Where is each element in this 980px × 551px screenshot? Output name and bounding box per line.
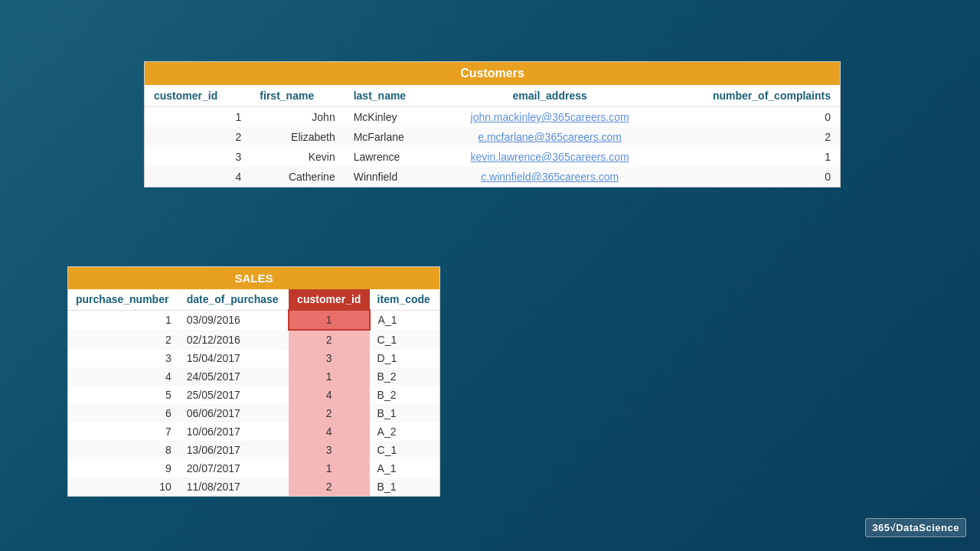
col-sales-customer-id: customer_id [289, 289, 370, 310]
item-code-cell: A_1 [370, 310, 439, 330]
table-row: 8 13/06/2017 3 C_1 [68, 441, 439, 459]
table-row: 1 03/09/2016 1 A_1 [68, 310, 439, 330]
item-code-cell: A_2 [370, 422, 439, 441]
item-code-cell: D_1 [370, 349, 439, 367]
date-cell: 13/06/2017 [179, 441, 289, 459]
brand-label: 365√DataScience [865, 518, 966, 537]
col-email: email_address [436, 85, 664, 107]
item-code-cell: A_1 [370, 459, 439, 478]
sales-customer-id-cell: 3 [289, 441, 370, 459]
date-cell: 24/05/2017 [179, 367, 289, 386]
sales-customer-id-cell: 2 [289, 478, 370, 496]
table-row: 7 10/06/2017 4 A_2 [68, 422, 439, 441]
table-row: 2 Elizabeth McFarlane e.mcfarlane@365car… [145, 127, 840, 147]
table-row: 10 11/08/2017 2 B_1 [68, 478, 439, 496]
sales-table-wrapper: SALES purchase_number date_of_purchase c… [67, 266, 440, 497]
item-code-cell: B_1 [370, 478, 439, 496]
sales-customer-id-cell: 1 [289, 310, 370, 330]
customers-title: Customers [145, 62, 840, 85]
sales-table: purchase_number date_of_purchase custome… [68, 289, 439, 496]
col-item-code: item_code [370, 289, 439, 310]
first-name-cell: Kevin [250, 147, 344, 167]
sales-customer-id-cell: 3 [289, 349, 370, 367]
date-cell: 20/07/2017 [179, 459, 289, 478]
purchase-number-cell: 6 [68, 404, 179, 422]
email-cell[interactable]: e.mcfarlane@365careers.com [436, 127, 664, 147]
purchase-number-cell: 9 [68, 459, 179, 478]
complaints-cell: 0 [664, 107, 840, 128]
customer-id-cell: 3 [145, 147, 250, 167]
customers-table-wrapper: Customers customer_id first_name last_na… [144, 61, 841, 187]
complaints-cell: 0 [664, 167, 840, 187]
first-name-cell: Elizabeth [250, 127, 344, 147]
col-purchase-number: purchase_number [68, 289, 179, 310]
col-last-name: last_name [345, 85, 436, 107]
date-cell: 25/05/2017 [179, 386, 289, 404]
table-row: 2 02/12/2016 2 C_1 [68, 330, 439, 349]
sales-customer-id-cell: 4 [289, 422, 370, 441]
brand-logo: 365√DataScience [865, 518, 966, 537]
customer-id-cell: 1 [145, 107, 250, 128]
complaints-cell: 1 [664, 147, 840, 167]
item-code-cell: B_2 [370, 386, 439, 404]
purchase-number-cell: 7 [68, 422, 179, 441]
email-cell[interactable]: c.winnfield@365careers.com [436, 167, 664, 187]
table-row: 4 Catherine Winnfield c.winnfield@365car… [145, 167, 840, 187]
date-cell: 10/06/2017 [179, 422, 289, 441]
customers-table: customer_id first_name last_name email_a… [145, 85, 840, 187]
customer-id-cell: 4 [145, 167, 250, 187]
purchase-number-cell: 2 [68, 330, 179, 349]
sales-customer-id-cell: 1 [289, 459, 370, 478]
item-code-cell: C_1 [370, 441, 439, 459]
table-row: 3 Kevin Lawrence kevin.lawrence@365caree… [145, 147, 840, 167]
table-row: 5 25/05/2017 4 B_2 [68, 386, 439, 404]
purchase-number-cell: 4 [68, 367, 179, 386]
complaints-cell: 2 [664, 127, 840, 147]
sales-customer-id-cell: 2 [289, 330, 370, 349]
date-cell: 11/08/2017 [179, 478, 289, 496]
last-name-cell: McKinley [345, 107, 436, 128]
email-cell[interactable]: kevin.lawrence@365careers.com [436, 147, 664, 167]
purchase-number-cell: 8 [68, 441, 179, 459]
table-row: 4 24/05/2017 1 B_2 [68, 367, 439, 386]
first-name-cell: John [250, 107, 344, 128]
table-row: 9 20/07/2017 1 A_1 [68, 459, 439, 478]
col-customer-id: customer_id [145, 85, 250, 107]
last-name-cell: Lawrence [345, 147, 436, 167]
sales-customer-id-cell: 1 [289, 367, 370, 386]
col-complaints: number_of_complaints [664, 85, 840, 107]
last-name-cell: Winnfield [345, 167, 436, 187]
table-row: 6 06/06/2017 2 B_1 [68, 404, 439, 422]
date-cell: 15/04/2017 [179, 349, 289, 367]
sales-title: SALES [68, 267, 439, 289]
date-cell: 03/09/2016 [179, 310, 289, 330]
customer-id-cell: 2 [145, 127, 250, 147]
item-code-cell: B_1 [370, 404, 439, 422]
first-name-cell: Catherine [250, 167, 344, 187]
purchase-number-cell: 10 [68, 478, 179, 496]
table-row: 1 John McKinley john.mackinley@365career… [145, 107, 840, 128]
purchase-number-cell: 1 [68, 310, 179, 330]
item-code-cell: B_2 [370, 367, 439, 386]
item-code-cell: C_1 [370, 330, 439, 349]
purchase-number-cell: 5 [68, 386, 179, 404]
last-name-cell: McFarlane [345, 127, 436, 147]
date-cell: 06/06/2017 [179, 404, 289, 422]
date-cell: 02/12/2016 [179, 330, 289, 349]
email-cell[interactable]: john.mackinley@365careers.com [436, 107, 664, 128]
purchase-number-cell: 3 [68, 349, 179, 367]
sales-customer-id-cell: 4 [289, 386, 370, 404]
col-date: date_of_purchase [179, 289, 289, 310]
col-first-name: first_name [250, 85, 344, 107]
table-row: 3 15/04/2017 3 D_1 [68, 349, 439, 367]
sales-customer-id-cell: 2 [289, 404, 370, 422]
